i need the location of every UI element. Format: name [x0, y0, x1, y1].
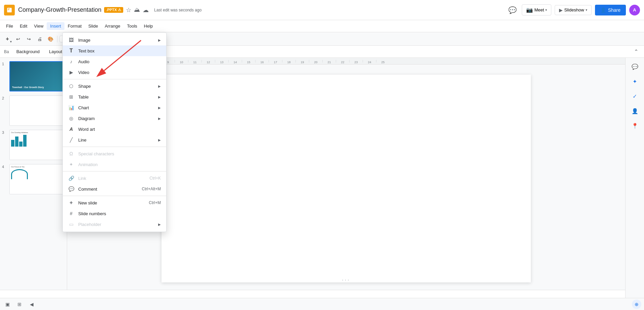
chart-icon: 📊: [68, 105, 74, 111]
ruler-mark: 21: [322, 60, 336, 63]
meet-button[interactable]: 📷 Meet ▾: [522, 4, 551, 15]
svg-rect-1: [8, 8, 10, 9]
line-icon: ╱: [68, 137, 74, 143]
share-cloud-icon[interactable]: ⛰: [134, 6, 140, 13]
title-icons: ☆ ⛰ ☁: [126, 6, 149, 14]
shape-icon: ⬡: [68, 83, 74, 89]
menu-slide[interactable]: Slide: [85, 22, 101, 30]
insert-new-slide-item[interactable]: + New slide Ctrl+M: [63, 197, 166, 208]
insert-comment-label: Comment: [78, 187, 138, 192]
insert-animation-label: Animation: [78, 162, 161, 167]
insert-link-item: 🔗 Link Ctrl+K: [63, 173, 166, 184]
chat-button[interactable]: 💬: [506, 4, 518, 16]
slide-panel: 1 Townhall : Our Growth Story 🔗 2 🔗 3: [0, 58, 67, 310]
slide-image-3: Our Growing Initiatives: [9, 130, 63, 160]
grid-view-button[interactable]: ⊞: [15, 300, 24, 309]
menu-view[interactable]: View: [31, 22, 47, 30]
undo-button[interactable]: ↩: [13, 34, 23, 44]
insert-audio-label: Audio: [78, 59, 161, 64]
slide-numbers-icon: #: [68, 210, 74, 217]
menu-file[interactable]: File: [3, 22, 16, 30]
print-button[interactable]: 🖨: [35, 34, 44, 44]
collapse-button[interactable]: ⌃: [632, 48, 640, 56]
slide-num-1: 1: [2, 62, 7, 66]
textbox-icon: T: [68, 48, 74, 54]
insert-shape-item[interactable]: ⬡ Shape ▶: [63, 81, 166, 91]
chart-submenu-arrow: ▶: [158, 106, 161, 110]
tasks-button[interactable]: ✓: [629, 90, 641, 102]
add-button[interactable]: + ▾: [3, 34, 12, 44]
insert-slide-numbers-item[interactable]: # Slide numbers: [63, 208, 166, 219]
insert-wordart-item[interactable]: A Word art: [63, 124, 166, 134]
shape-submenu-arrow: ▶: [158, 84, 161, 88]
menu-arrange[interactable]: Arrange: [101, 22, 124, 30]
menu-bar: File Edit View Insert Format Slide Arran…: [0, 20, 644, 32]
contacts-button[interactable]: 👤: [629, 105, 641, 117]
insert-comment-item[interactable]: 💬 Comment Ctrl+Alt+M: [63, 184, 166, 194]
slide-view-button[interactable]: ▣: [3, 300, 12, 309]
insert-diagram-item[interactable]: ◎ Diagram ▶: [63, 113, 166, 124]
insert-chart-item[interactable]: 📊 Chart ▶: [63, 102, 166, 113]
ruler-mark: 24: [363, 60, 376, 63]
insert-table-item[interactable]: ⊞ Table ▶: [63, 91, 166, 102]
gemini-button[interactable]: ✦: [629, 75, 641, 87]
ruler-mark: 12: [201, 60, 215, 63]
slide-thumb-2[interactable]: 2 🔗: [1, 95, 65, 126]
slide1-title-text: Townhall : Our Growth Story: [12, 86, 44, 89]
insert-special-chars-label: Special characters: [78, 151, 161, 156]
insert-audio-item[interactable]: ♪ Audio: [63, 56, 166, 67]
slideshow-button[interactable]: ▶ Slideshow ▾: [555, 5, 591, 15]
insert-image-label: Image: [78, 38, 153, 43]
link-shortcut: Ctrl+K: [149, 176, 161, 181]
animation-icon: ✦: [68, 161, 74, 167]
insert-image-item[interactable]: 🖼 Image ▶: [63, 35, 166, 45]
separator-1: [63, 79, 166, 79]
slide-num-2: 2: [2, 96, 7, 100]
insert-slide-numbers-label: Slide numbers: [78, 211, 161, 216]
insert-video-item[interactable]: ▶ Video: [63, 67, 166, 78]
paint-format-button[interactable]: 🎨: [46, 34, 55, 44]
app-icon: [4, 5, 15, 15]
menu-tools[interactable]: Tools: [124, 22, 140, 30]
slide-thumb-3[interactable]: 3 Our Growing Initiatives 🔗: [1, 129, 65, 161]
audio-icon: ♪: [68, 59, 74, 65]
ruler-mark: 16: [255, 60, 269, 63]
insert-dropdown-menu: 🖼 Image ▶ T Text box ♪ Audio ▶ Video ⬡ S…: [62, 32, 167, 232]
share-person-icon: 👤: [600, 7, 606, 13]
share-label: Share: [608, 7, 620, 13]
insert-diagram-label: Diagram: [78, 116, 153, 121]
comments-panel-button[interactable]: 💬: [629, 61, 641, 73]
collapse-panel-button[interactable]: ◀: [27, 300, 36, 309]
slide-thumb-1[interactable]: 1 Townhall : Our Growth Story 🔗: [1, 61, 65, 92]
diagram-submenu-arrow: ▶: [158, 117, 161, 120]
star-icon[interactable]: ☆: [126, 6, 131, 14]
video-icon: ▶: [68, 69, 74, 75]
slide-resize-handle[interactable]: ···: [342, 277, 350, 283]
menu-insert[interactable]: Insert: [47, 22, 64, 30]
maps-button[interactable]: 📍: [629, 120, 641, 132]
separator-4: [63, 196, 166, 196]
user-avatar[interactable]: A: [629, 5, 640, 15]
ruler-mark: 15: [242, 60, 255, 63]
slide-thumb-4[interactable]: 4 Our Focus on You 🔗: [1, 163, 65, 195]
insert-textbox-label: Text box: [78, 48, 161, 53]
insert-chart-label: Chart: [78, 105, 153, 110]
redo-button[interactable]: ↪: [24, 34, 34, 44]
slide-num-4: 4: [2, 165, 7, 169]
add-slide-bottom-button[interactable]: ⊕: [632, 300, 641, 309]
ruler-mark: 19: [295, 60, 309, 63]
menu-format[interactable]: Format: [64, 22, 85, 30]
toolbar-separator-1: [57, 36, 57, 42]
comment-icon: 💬: [68, 186, 74, 192]
insert-line-item[interactable]: ╱ Line ▶: [63, 134, 166, 145]
slide3-title: Our Growing Initiatives: [11, 131, 61, 133]
cloud-icon[interactable]: ☁: [143, 6, 149, 14]
slide-canvas[interactable]: [162, 75, 531, 282]
ruler-mark: 11: [188, 60, 201, 63]
image-icon: 🖼: [68, 37, 74, 43]
insert-textbox-item[interactable]: T Text box: [63, 45, 166, 56]
menu-help[interactable]: Help: [141, 22, 156, 30]
background-button[interactable]: Background: [13, 48, 43, 55]
menu-edit[interactable]: Edit: [16, 22, 31, 30]
share-button[interactable]: 👤 Share: [595, 5, 626, 15]
